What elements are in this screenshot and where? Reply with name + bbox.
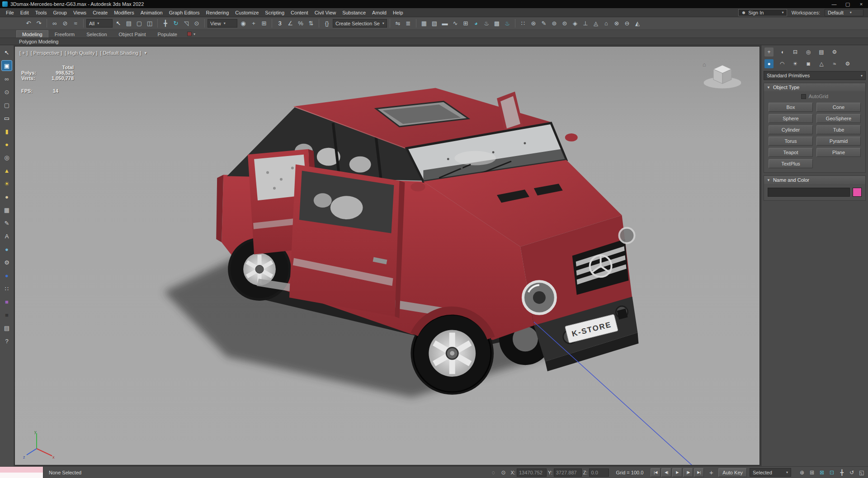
spinner-snap-icon[interactable]: ⇅ — [306, 19, 316, 28]
orbit-icon[interactable]: ↺ — [847, 468, 856, 477]
select-move-icon[interactable]: ╋ — [160, 19, 170, 28]
viewport-pov-menu[interactable]: [ Perspective ] — [31, 50, 62, 56]
object-type-button[interactable]: Plane — [816, 148, 861, 157]
bind-to-spacewarp-icon[interactable]: ≈ — [71, 19, 80, 28]
menu-item[interactable]: Civil View — [311, 9, 339, 16]
menu-item[interactable]: File — [3, 9, 17, 16]
paint-tool-icon[interactable]: ✎ — [2, 218, 12, 228]
material-sphere-icon[interactable]: ● — [2, 244, 12, 254]
angle-snap-icon[interactable]: ∠ — [285, 19, 295, 28]
zoom-extents-icon[interactable]: ⊠ — [817, 468, 826, 477]
keyboard-override-icon[interactable]: ⊞ — [259, 19, 269, 28]
maximize-viewport-icon[interactable]: ◱ — [857, 468, 866, 477]
menu-item[interactable]: Customize — [232, 9, 262, 16]
purple-cube-icon[interactable]: ■ — [2, 297, 12, 307]
zoom-extents-all-icon[interactable]: ⊡ — [827, 468, 836, 477]
schematic-view-icon[interactable]: ⊞ — [461, 19, 471, 28]
toolbar-extra-icon[interactable]: ⊗ — [612, 19, 622, 28]
render-setup-icon[interactable]: ♨ — [481, 19, 491, 28]
use-pivot-center-icon[interactable]: ◉ — [238, 19, 248, 28]
toolbar-extra-icon[interactable]: ⊚ — [549, 19, 559, 28]
category-cameras[interactable]: ◙ — [804, 59, 813, 68]
tab-modify[interactable]: ◖ — [778, 47, 787, 57]
go-to-start-button[interactable]: |◀ — [651, 468, 660, 477]
reference-coordinate-select[interactable]: View ▾ — [208, 19, 237, 28]
category-systems[interactable]: ⚙ — [843, 59, 852, 68]
object-type-button[interactable]: Cone — [816, 103, 861, 112]
toolbar-extra-icon[interactable]: ⊛ — [528, 19, 538, 28]
toolbar-extra-icon[interactable]: ⊖ — [622, 19, 632, 28]
geosphere-primitive-icon[interactable]: ● — [2, 192, 12, 202]
z-coordinate-field[interactable]: 0.0 — [589, 469, 609, 477]
object-type-button[interactable]: Sphere — [769, 114, 813, 123]
scene-explorer-icon[interactable]: ▦ — [419, 19, 429, 28]
menu-item[interactable]: Views — [70, 9, 90, 16]
menu-item[interactable]: Animation — [137, 9, 166, 16]
dots-tool-icon[interactable]: ∷ — [2, 284, 12, 293]
rendered-frame-icon[interactable]: ▩ — [492, 19, 502, 28]
redo-icon[interactable]: ↷ — [34, 19, 44, 28]
percent-snap-icon[interactable]: % — [296, 19, 306, 28]
home-icon[interactable]: ⌂ — [703, 61, 706, 68]
help-icon[interactable]: ? — [2, 336, 12, 346]
autogrid-checkbox[interactable] — [801, 94, 806, 99]
pick-tool-icon[interactable]: ⊙ — [2, 87, 12, 97]
previous-frame-button[interactable]: ◀| — [661, 468, 671, 477]
light-tool-icon[interactable]: ☀ — [2, 179, 12, 189]
perspective-viewport[interactable]: K-STORE — [14, 46, 760, 465]
selection-filter-select[interactable]: All ▾ — [86, 19, 113, 28]
ribbon-tab[interactable]: Object Paint — [113, 31, 151, 38]
region-tool-icon[interactable]: ▢ — [2, 100, 12, 110]
y-coordinate-field[interactable]: 3727.887 — [554, 469, 582, 477]
name-and-color-rollout-header[interactable]: ▼ Name and Color — [764, 176, 865, 184]
category-lights[interactable]: ☀ — [791, 59, 800, 68]
select-place-icon[interactable]: ⊙ — [192, 19, 202, 28]
select-cursor-icon[interactable]: ↖ — [2, 47, 12, 57]
menu-item[interactable]: Modifiers — [111, 9, 137, 16]
tab-hierarchy[interactable]: ⊟ — [791, 47, 800, 57]
category-geometry[interactable]: ● — [764, 59, 774, 68]
select-by-name-icon[interactable]: ▤ — [124, 19, 134, 28]
category-spacewarps[interactable]: ≈ — [830, 59, 839, 68]
object-type-button[interactable]: Cylinder — [769, 125, 813, 134]
menu-item[interactable]: Graph Editors — [166, 9, 203, 16]
ribbon-tab[interactable]: Freeform — [49, 31, 80, 38]
viewport-quality-menu[interactable]: [ High Quality ] — [65, 50, 97, 56]
ribbon-tab[interactable]: Modeling — [16, 30, 48, 38]
object-type-rollout-header[interactable]: ▼ Object Type — [764, 83, 865, 91]
object-color-swatch[interactable] — [853, 188, 862, 197]
layer-explorer-icon[interactable]: ▧ — [429, 19, 439, 28]
filter-icon[interactable]: ▼ — [144, 51, 147, 55]
edit-named-sets-icon[interactable]: {} — [322, 19, 332, 28]
minimize-button[interactable]: — — [827, 0, 841, 8]
tab-display[interactable]: ▤ — [817, 47, 826, 57]
tab-motion[interactable]: ◎ — [804, 47, 813, 57]
document-tool-icon[interactable]: ▤ — [2, 323, 12, 333]
menu-item[interactable]: Create — [90, 9, 111, 16]
object-type-button[interactable]: Tube — [816, 125, 861, 134]
viewcube[interactable]: ⌂ — [700, 57, 743, 95]
object-type-button[interactable]: Teapot — [769, 148, 813, 157]
category-shapes[interactable]: ◠ — [778, 59, 787, 68]
menu-item[interactable]: Scripting — [262, 9, 288, 16]
sphere-primitive-icon[interactable]: ● — [2, 139, 12, 149]
tab-utilities[interactable]: ⚙ — [830, 47, 839, 57]
active-tool-icon[interactable]: ▣ — [2, 61, 12, 71]
unlink-selection-icon[interactable]: ⊘ — [60, 19, 70, 28]
ribbon-tab[interactable]: Selection — [81, 31, 112, 38]
menu-item[interactable]: Help — [390, 9, 406, 16]
workspaces-select[interactable]: Default ▾ — [825, 9, 863, 16]
utility-tool-icon[interactable]: ⚙ — [2, 257, 12, 267]
material-editor-icon[interactable]: ◕ — [471, 19, 481, 28]
menu-item[interactable]: Tools — [32, 9, 50, 16]
torus-primitive-icon[interactable]: ◎ — [2, 152, 12, 162]
select-and-link-icon[interactable]: ∞ — [50, 19, 60, 28]
pan-icon[interactable]: ╋ — [837, 468, 846, 477]
toolbar-extra-icon[interactable]: ⌂ — [601, 19, 611, 28]
object-type-button[interactable]: TextPlus — [769, 159, 813, 168]
toolbar-extra-icon[interactable]: ∷ — [518, 19, 528, 28]
go-to-end-button[interactable]: ▶| — [694, 468, 704, 477]
align-icon[interactable]: ≣ — [403, 19, 413, 28]
named-selection-set-select[interactable]: Create Selection Se ▾ — [333, 19, 387, 28]
select-rotate-icon[interactable]: ↻ — [171, 19, 181, 28]
